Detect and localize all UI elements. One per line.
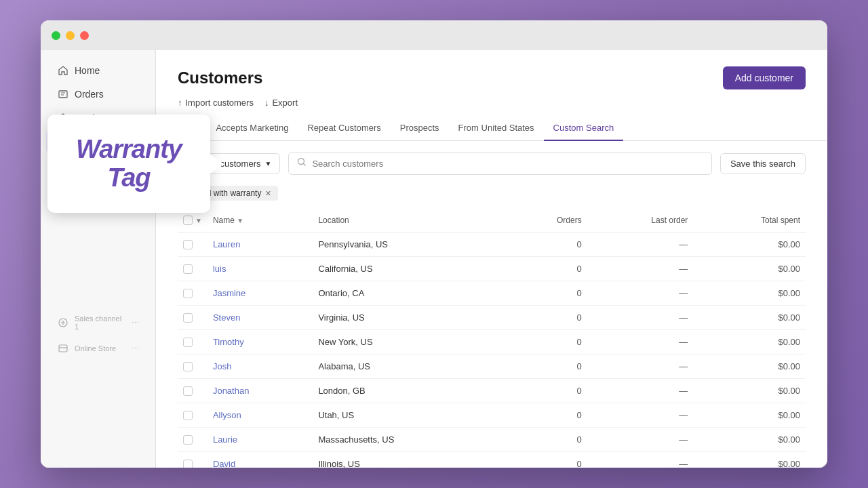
customer-name-link[interactable]: Jasmine: [213, 288, 245, 298]
customers-table: ▼ Name ▼ Location Orders Last order Tota…: [178, 209, 806, 468]
customer-name-link[interactable]: Steven: [213, 312, 240, 323]
title-bar: [41, 20, 827, 50]
table-row: David Illinois, US 0 — $0.00: [178, 452, 806, 468]
lastorder-column-header: Last order: [587, 209, 694, 232]
sidebar: Home Orders Products Customers: [41, 50, 156, 468]
traffic-lights: [52, 31, 89, 40]
traffic-light-green[interactable]: [52, 31, 60, 40]
row-checkbox-cell: [178, 452, 208, 468]
import-icon: ↑: [178, 98, 182, 108]
export-icon: ↓: [264, 98, 269, 108]
customer-name-link[interactable]: Timothy: [213, 337, 244, 347]
tab-prospects[interactable]: Prospects: [391, 116, 449, 141]
row-checkbox[interactable]: [183, 289, 193, 298]
sidebar-item-home-label: Home: [75, 65, 100, 76]
chevron-down-icon: ▼: [264, 160, 271, 167]
table-row: Allyson Utah, US 0 — $0.00: [178, 403, 806, 428]
name-column-header[interactable]: Name ▼: [208, 209, 313, 232]
customer-name-link[interactable]: Lauren: [213, 239, 240, 249]
row-totalspent-cell: $0.00: [693, 354, 806, 379]
traffic-light-red[interactable]: [80, 31, 89, 40]
row-name-cell: Jasmine: [208, 281, 313, 306]
select-all-checkbox[interactable]: [183, 216, 193, 225]
header-chevron-icon[interactable]: ▼: [195, 217, 202, 224]
sidebar-item-online-store-label: Online Store: [75, 344, 116, 352]
row-checkbox[interactable]: [183, 362, 193, 371]
row-checkbox[interactable]: [183, 411, 193, 420]
row-location-cell: New York, US: [313, 330, 507, 354]
row-lastorder-cell: —: [587, 354, 694, 379]
row-location-cell: Ontario, CA: [313, 281, 507, 306]
sidebar-item-orders[interactable]: Orders: [46, 83, 150, 106]
row-checkbox[interactable]: [183, 386, 193, 396]
row-checkbox[interactable]: [183, 240, 193, 249]
online-store-icon: [57, 342, 69, 354]
table-container: ▼ Name ▼ Location Orders Last order Tota…: [156, 209, 827, 468]
tab-custom-search[interactable]: Custom Search: [544, 116, 624, 141]
sidebar-item-orders-label: Orders: [75, 89, 104, 100]
search-box: [288, 152, 712, 175]
row-lastorder-cell: —: [587, 281, 694, 306]
customer-name-link[interactable]: Josh: [213, 361, 231, 371]
row-lastorder-cell: —: [587, 452, 694, 468]
sales1-icon-right: ⋯: [132, 319, 139, 327]
row-orders-cell: 0: [507, 403, 587, 428]
row-checkbox-cell: [178, 232, 208, 257]
row-orders-cell: 0: [507, 232, 587, 257]
row-lastorder-cell: —: [587, 403, 694, 428]
row-location-cell: Massachusetts, US: [313, 428, 507, 452]
row-totalspent-cell: $0.00: [693, 330, 806, 354]
sidebar-item-home[interactable]: Home: [46, 59, 150, 82]
customer-name-link[interactable]: Jonathan: [213, 386, 250, 396]
row-checkbox[interactable]: [183, 338, 193, 347]
table-row: Lauren Pennsylvania, US 0 — $0.00: [178, 232, 806, 257]
row-checkbox[interactable]: [183, 264, 193, 274]
add-customer-button[interactable]: Add customer: [723, 66, 806, 89]
tab-from-us[interactable]: From United States: [449, 116, 544, 141]
sidebar-item-online-store[interactable]: Online Store ⋯: [46, 337, 150, 360]
warranty-tag-arrow: [210, 155, 224, 174]
page-header: Customers Add customer: [156, 50, 827, 89]
row-name-cell: Steven: [208, 306, 313, 330]
table-row: Laurie Massachusetts, US 0 — $0.00: [178, 428, 806, 452]
table-row: Josh Alabama, US 0 — $0.00: [178, 354, 806, 379]
row-totalspent-cell: $0.00: [693, 281, 806, 306]
sidebar-item-sales1[interactable]: Sales channel 1 ⋯: [46, 309, 150, 336]
customer-name-link[interactable]: luis: [213, 264, 226, 274]
row-location-cell: Alabama, US: [313, 354, 507, 379]
tab-accepts-marketing[interactable]: Accepts Marketing: [206, 116, 298, 141]
row-name-cell: Jonathan: [208, 379, 313, 403]
row-name-cell: Laurie: [208, 428, 313, 452]
customer-name-link[interactable]: Laurie: [213, 434, 237, 445]
row-lastorder-cell: —: [587, 232, 694, 257]
toolbar: ↑ Import customers ↓ Export: [156, 89, 827, 116]
traffic-light-yellow[interactable]: [66, 31, 75, 40]
row-checkbox[interactable]: [183, 435, 193, 445]
filter-row: ⊟ Filter customers ▼ Save this search: [156, 141, 827, 186]
tag-remove-button[interactable]: ×: [265, 188, 271, 198]
row-checkbox[interactable]: [183, 313, 193, 323]
table-row: Timothy New York, US 0 — $0.00: [178, 330, 806, 354]
row-location-cell: Virginia, US: [313, 306, 507, 330]
export-button[interactable]: ↓ Export: [264, 98, 298, 108]
row-checkbox[interactable]: [183, 460, 193, 468]
row-location-cell: Illinois, US: [313, 452, 507, 468]
name-sort-icon: ▼: [237, 217, 243, 224]
row-orders-cell: 0: [507, 379, 587, 403]
import-customers-button[interactable]: ↑ Import customers: [178, 98, 254, 108]
save-search-button[interactable]: Save this search: [720, 153, 806, 174]
search-input[interactable]: [312, 159, 703, 169]
row-totalspent-cell: $0.00: [693, 428, 806, 452]
row-totalspent-cell: $0.00: [693, 257, 806, 281]
app-body: Home Orders Products Customers: [41, 50, 827, 468]
row-totalspent-cell: $0.00: [693, 232, 806, 257]
customer-name-link[interactable]: David: [213, 459, 235, 468]
customer-name-link[interactable]: Allyson: [213, 410, 241, 420]
row-totalspent-cell: $0.00: [693, 379, 806, 403]
tab-repeat-customers[interactable]: Repeat Customers: [298, 116, 390, 141]
tag-row: Tagged with warranty ×: [156, 186, 827, 209]
table-row: Steven Virginia, US 0 — $0.00: [178, 306, 806, 330]
row-checkbox-cell: [178, 354, 208, 379]
row-location-cell: California, US: [313, 257, 507, 281]
row-name-cell: David: [208, 452, 313, 468]
